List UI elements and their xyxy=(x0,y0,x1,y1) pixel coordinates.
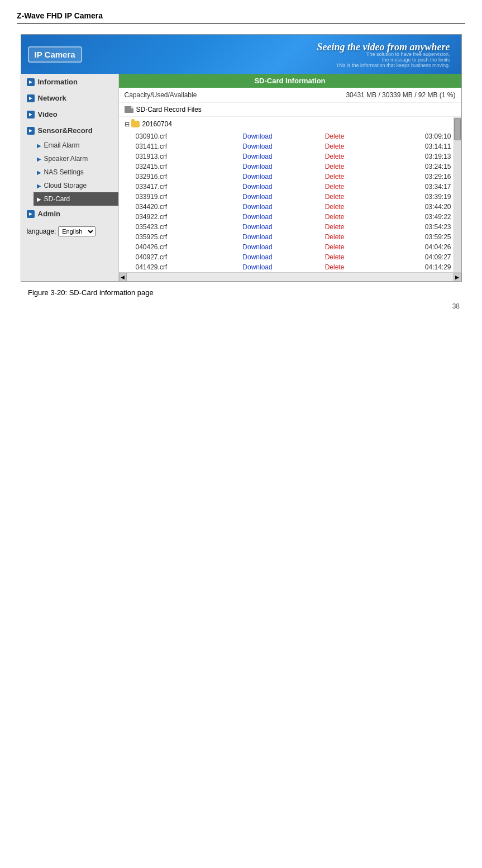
network-icon xyxy=(27,94,35,102)
sidebar-item-speaker-alarm[interactable]: ▶ Speaker Alarm xyxy=(34,152,118,165)
table-row: 032415.crf Download Delete 03:24:15 xyxy=(119,162,454,172)
delete-link[interactable]: Delete xyxy=(325,183,345,191)
delete-link[interactable]: Delete xyxy=(325,243,345,251)
download-link[interactable]: Download xyxy=(242,213,272,221)
scroll-left-button[interactable]: ◀ xyxy=(119,273,127,282)
folder-name: 20160704 xyxy=(142,120,172,128)
information-icon xyxy=(27,78,35,86)
delete-cell[interactable]: Delete xyxy=(323,182,380,192)
camera-ui: IP Camera Seeing the video from anywhere… xyxy=(21,34,462,282)
table-row: 033919.crf Download Delete 03:39:19 xyxy=(119,192,454,202)
sidebar-item-admin[interactable]: Admin xyxy=(21,206,118,222)
download-link[interactable]: Download xyxy=(242,183,272,191)
table-row: 033417.crf Download Delete 03:34:17 xyxy=(119,182,454,192)
download-link[interactable]: Download xyxy=(242,132,272,140)
sidebar-label-information: Information xyxy=(38,78,78,86)
file-name: 031913.crf xyxy=(119,151,241,162)
download-link[interactable]: Download xyxy=(242,203,272,211)
content-header: SD-Card Information xyxy=(119,74,461,88)
download-cell[interactable]: Download xyxy=(240,252,322,262)
delete-link[interactable]: Delete xyxy=(325,153,345,160)
delete-cell[interactable]: Delete xyxy=(323,262,380,272)
arrow-icon: ▶ xyxy=(37,183,41,189)
download-cell[interactable]: Download xyxy=(240,262,322,272)
sidebar-item-nas-settings[interactable]: ▶ NAS Settings xyxy=(34,165,118,179)
download-cell[interactable]: Download xyxy=(240,202,322,212)
delete-link[interactable]: Delete xyxy=(325,233,345,241)
sidebar-item-email-alarm[interactable]: ▶ Email Alarm xyxy=(34,139,118,152)
scroll-right-button[interactable]: ▶ xyxy=(454,273,461,282)
delete-link[interactable]: Delete xyxy=(325,253,345,261)
delete-cell[interactable]: Delete xyxy=(323,242,380,252)
figure-caption: Figure 3-20: SD-Card information page xyxy=(17,288,465,297)
download-cell[interactable]: Download xyxy=(240,162,322,172)
delete-cell[interactable]: Delete xyxy=(323,151,380,162)
delete-cell[interactable]: Delete xyxy=(323,222,380,232)
delete-cell[interactable]: Delete xyxy=(323,232,380,242)
delete-cell[interactable]: Delete xyxy=(323,162,380,172)
sidebar-item-cloud-storage[interactable]: ▶ Cloud Storage xyxy=(34,179,118,192)
download-link[interactable]: Download xyxy=(242,253,272,261)
file-name: 035423.crf xyxy=(119,222,241,232)
delete-link[interactable]: Delete xyxy=(325,143,345,150)
delete-cell[interactable]: Delete xyxy=(323,172,380,182)
download-link[interactable]: Download xyxy=(242,223,272,231)
sidebar-item-network[interactable]: Network xyxy=(21,90,118,106)
delete-cell[interactable]: Delete xyxy=(323,212,380,222)
download-cell[interactable]: Download xyxy=(240,222,322,232)
download-link[interactable]: Download xyxy=(242,193,272,201)
sd-card-icon xyxy=(125,106,133,113)
file-name: 032415.crf xyxy=(119,162,241,172)
folder-tree: ⊟ 20160704 xyxy=(119,117,454,131)
delete-link[interactable]: Delete xyxy=(325,163,345,170)
file-name: 031411.crf xyxy=(119,141,241,151)
delete-link[interactable]: Delete xyxy=(325,193,345,201)
delete-link[interactable]: Delete xyxy=(325,173,345,181)
download-cell[interactable]: Download xyxy=(240,212,322,222)
delete-cell[interactable]: Delete xyxy=(323,192,380,202)
scrollbar-thumb[interactable] xyxy=(454,118,461,140)
sidebar-item-sd-card[interactable]: ▶ SD-Card xyxy=(34,192,118,206)
download-cell[interactable]: Download xyxy=(240,131,322,141)
delete-link[interactable]: Delete xyxy=(325,263,345,271)
delete-link[interactable]: Delete xyxy=(325,132,345,140)
download-link[interactable]: Download xyxy=(242,243,272,251)
download-link[interactable]: Download xyxy=(242,233,272,241)
delete-cell[interactable]: Delete xyxy=(323,131,380,141)
delete-link[interactable]: Delete xyxy=(325,203,345,211)
download-cell[interactable]: Download xyxy=(240,172,322,182)
scrollbar-vertical[interactable] xyxy=(454,117,461,272)
sidebar-label-speaker-alarm: Speaker Alarm xyxy=(44,155,88,163)
sensor-record-icon xyxy=(27,127,35,135)
download-cell[interactable]: Download xyxy=(240,232,322,242)
delete-link[interactable]: Delete xyxy=(325,213,345,221)
download-link[interactable]: Download xyxy=(242,143,272,150)
download-link[interactable]: Download xyxy=(242,163,272,170)
sidebar-label-cloud-storage: Cloud Storage xyxy=(44,182,87,189)
folder-toggle[interactable]: ⊟ xyxy=(125,121,130,128)
delete-cell[interactable]: Delete xyxy=(323,141,380,151)
delete-link[interactable]: Delete xyxy=(325,223,345,231)
delete-cell[interactable]: Delete xyxy=(323,252,380,262)
timestamp: 03:54:23 xyxy=(380,222,453,232)
file-table: 030910.crf Download Delete 03:09:10 0314… xyxy=(119,131,454,272)
table-row: 031411.crf Download Delete 03:14:11 xyxy=(119,141,454,151)
download-link[interactable]: Download xyxy=(242,173,272,181)
sidebar-item-information[interactable]: Information xyxy=(21,74,118,90)
timestamp: 03:34:17 xyxy=(380,182,453,192)
timestamp: 03:39:19 xyxy=(380,192,453,202)
download-cell[interactable]: Download xyxy=(240,151,322,162)
file-name: 041429.crf xyxy=(119,262,241,272)
download-cell[interactable]: Download xyxy=(240,182,322,192)
download-cell[interactable]: Download xyxy=(240,141,322,151)
timestamp: 04:04:26 xyxy=(380,242,453,252)
download-cell[interactable]: Download xyxy=(240,242,322,252)
banner-logo: IP Camera xyxy=(28,46,82,63)
sidebar-item-sensor-record[interactable]: Sensor&Record xyxy=(21,122,118,139)
language-select[interactable]: English Chinese xyxy=(58,226,96,236)
download-cell[interactable]: Download xyxy=(240,192,322,202)
sidebar-item-video[interactable]: Video xyxy=(21,106,118,122)
download-link[interactable]: Download xyxy=(242,263,272,271)
download-link[interactable]: Download xyxy=(242,153,272,160)
delete-cell[interactable]: Delete xyxy=(323,202,380,212)
